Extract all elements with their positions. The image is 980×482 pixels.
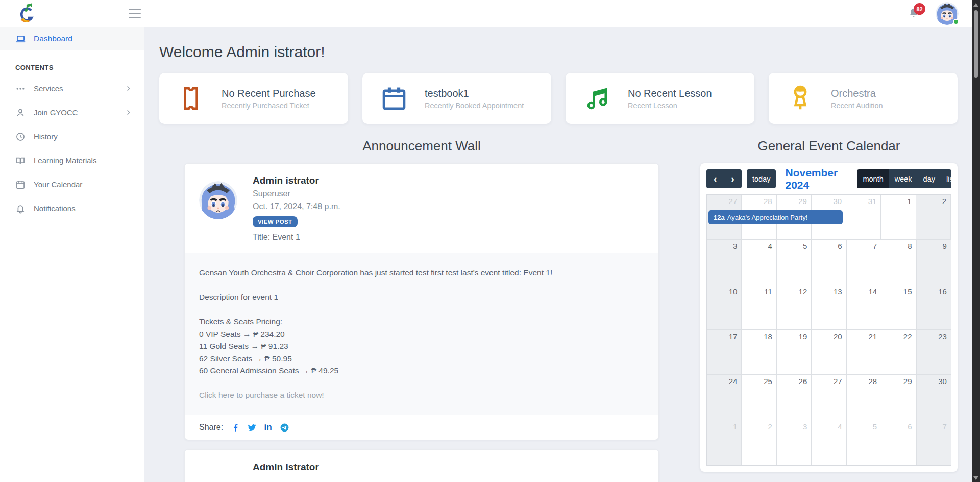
calendar-day-cell[interactable]: 26: [777, 375, 812, 420]
post-body: Gensan Youth Orchestra & Choir Corporati…: [185, 253, 658, 415]
scrollbar-thumb[interactable]: [974, 10, 978, 78]
calendar-day-cell[interactable]: 30: [917, 375, 951, 420]
stat-card-title: No Recent Purchase: [222, 88, 316, 99]
stat-card-subtitle: Recent Audition: [831, 102, 883, 110]
scroll-up-arrow-icon[interactable]: [973, 3, 978, 7]
calendar-next-button[interactable]: ›: [724, 169, 742, 188]
event-time: 12a: [714, 214, 725, 221]
person-icon: [15, 108, 26, 118]
sidebar-item-label: Learning Materials: [34, 156, 132, 165]
calendar-day-cell[interactable]: 25: [742, 375, 776, 420]
calendar-day-cell[interactable]: 6: [812, 240, 846, 285]
calendar-day-cell[interactable]: 14: [847, 285, 881, 330]
calendar-day-cell[interactable]: 18: [742, 330, 776, 375]
music-icon: [583, 84, 611, 113]
calendar-day-cell[interactable]: 29: [881, 375, 916, 420]
post-body-spacer: [199, 303, 644, 316]
calendar-today-button[interactable]: today: [747, 169, 776, 188]
calendar-day-cell[interactable]: 12: [777, 285, 812, 330]
purchase-ticket-link[interactable]: Click here to purchase a ticket now!: [199, 389, 644, 401]
stat-card: No Recent PurchaseRecently Purchased Tic…: [159, 73, 348, 124]
calendar-day-cell[interactable]: 2: [916, 195, 951, 240]
calendar-day-cell[interactable]: 9: [917, 240, 951, 285]
post-body-line: 60 General Admission Seats → ₱ 49.25: [199, 365, 644, 377]
sidebar-item-notifications[interactable]: Notifications: [0, 196, 144, 220]
bell-icon: [15, 204, 26, 214]
calendar-day-cell[interactable]: 1: [707, 420, 742, 465]
calendar-day-cell[interactable]: 19: [777, 330, 812, 375]
calendar-view-week-button[interactable]: week: [889, 169, 918, 188]
calendar-day-cell[interactable]: 17: [707, 330, 742, 375]
stat-cards-row: No Recent PurchaseRecently Purchased Tic…: [159, 73, 958, 124]
calendar-day-cell[interactable]: 4: [812, 420, 846, 465]
calendar-day-cell[interactable]: 21: [847, 330, 881, 375]
gyocc-logo[interactable]: [17, 3, 36, 24]
facebook-share-icon[interactable]: [230, 422, 240, 433]
post-share-row: Share: in: [185, 415, 658, 440]
calendar-day-cell[interactable]: 10: [707, 285, 742, 330]
sidebar-item-history[interactable]: History: [0, 124, 144, 148]
calendar-day-cell[interactable]: 22: [881, 330, 916, 375]
calendar-day-cell[interactable]: 28: [847, 375, 881, 420]
user-avatar[interactable]: [936, 2, 959, 25]
twitter-share-icon[interactable]: [247, 422, 257, 433]
chevron-right-icon: [125, 109, 132, 116]
top-navbar: 82: [0, 0, 972, 27]
calendar-day-cell[interactable]: 24: [707, 375, 742, 420]
linkedin-share-icon[interactable]: in: [263, 422, 273, 433]
calendar-day-cell[interactable]: 3: [777, 420, 812, 465]
calendar-day-cell[interactable]: 11: [742, 285, 776, 330]
notifications-bell-icon[interactable]: 82: [908, 7, 920, 20]
sidebar-item-your-calendar[interactable]: Your Calendar: [0, 172, 144, 196]
stat-card-subtitle: Recently Booked Appointment: [425, 102, 524, 110]
sidebar-item-dashboard[interactable]: Dashboard: [0, 27, 144, 50]
calendar-view-month-button[interactable]: month: [857, 169, 889, 188]
calendar-big-icon: [380, 84, 408, 113]
sidebar-item-label: Dashboard: [34, 34, 72, 43]
sidebar-item-services[interactable]: Services: [0, 77, 144, 100]
telegram-share-icon[interactable]: [279, 422, 289, 433]
stat-card-title: testbook1: [425, 88, 524, 99]
view-post-button[interactable]: VIEW POST: [253, 216, 298, 227]
calendar-day-cell[interactable]: 13: [812, 285, 846, 330]
calendar-day-cell[interactable]: 2: [742, 420, 776, 465]
calendar-day-cell[interactable]: 31: [846, 195, 881, 240]
post-header: Admin istrator Superuser Oct. 17, 2024, …: [185, 164, 658, 253]
post-date: Oct. 17, 2024, 7:48 p.m.: [253, 202, 340, 211]
stat-card: testbook1Recently Booked Appointment: [362, 73, 551, 124]
online-status-dot: [953, 19, 959, 25]
calendar-day-cell[interactable]: 8: [881, 240, 916, 285]
page-title: Welcome Admin istrator!: [159, 43, 958, 61]
post-author-name: Admin istrator: [253, 462, 644, 473]
page-scrollbar[interactable]: [972, 0, 980, 482]
calendar-day-cell[interactable]: 5: [777, 240, 812, 285]
calendar-view-list-button[interactable]: list: [941, 169, 951, 188]
calendar-day-cell[interactable]: 20: [812, 330, 846, 375]
calendar-day-cell[interactable]: 7: [917, 420, 951, 465]
calendar-day-cell[interactable]: 1: [881, 195, 916, 240]
ticket-icon: [177, 84, 205, 113]
calendar-day-cell[interactable]: 4: [742, 240, 776, 285]
calendar-day-cell[interactable]: 16: [917, 285, 951, 330]
calendar-day-cell[interactable]: 7: [847, 240, 881, 285]
calendar-day-cell[interactable]: 5: [847, 420, 881, 465]
calendar-day-cell[interactable]: 23: [917, 330, 951, 375]
calendar-view-day-button[interactable]: day: [918, 169, 941, 188]
scroll-down-arrow-icon[interactable]: [973, 476, 978, 480]
calendar-prev-button[interactable]: ‹: [706, 169, 724, 188]
calendar-day-cell[interactable]: 3: [707, 240, 742, 285]
calendar-day-cell[interactable]: 27: [812, 375, 846, 420]
event-calendar-heading: General Event Calendar: [700, 138, 958, 154]
post-body-spacer: [199, 377, 644, 389]
announcement-post-card: Admin istrator Superuser Oct. 17, 2024, …: [184, 163, 659, 440]
announcement-wall-section: Announcement Wall Admin istrator Superus…: [159, 138, 684, 482]
calendar-event-bar[interactable]: 12aAyaka's Appreciation Party!: [708, 210, 843, 224]
calendar-day-cell[interactable]: 15: [881, 285, 916, 330]
chevron-right-icon: [125, 85, 132, 92]
sidebar-item-learning-materials[interactable]: Learning Materials: [0, 148, 144, 172]
announcement-wall-heading: Announcement Wall: [159, 138, 684, 154]
calendar-week-row: 1234567: [707, 420, 951, 465]
calendar-day-cell[interactable]: 6: [881, 420, 916, 465]
sidebar-toggle-hamburger-icon[interactable]: [129, 9, 141, 18]
sidebar-item-join-gyocc[interactable]: Join GYOCC: [0, 100, 144, 124]
